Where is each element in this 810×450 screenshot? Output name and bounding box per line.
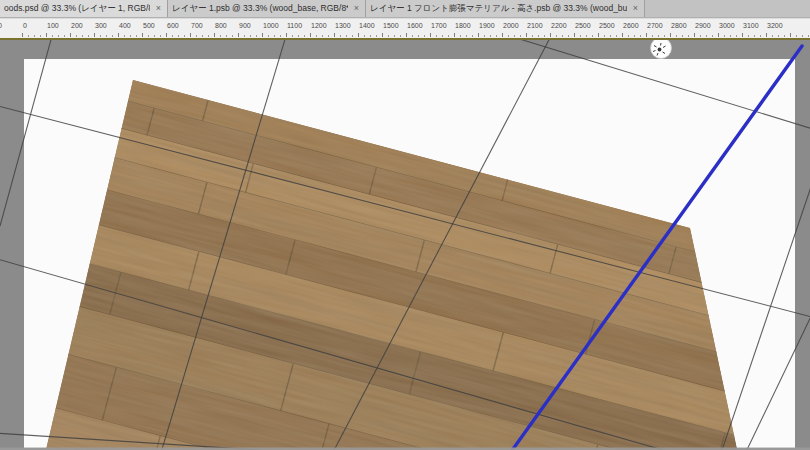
ruler-minor-tick	[754, 35, 755, 37]
ruler-minor-tick	[28, 35, 29, 37]
ruler-minor-tick	[580, 35, 581, 37]
ruler-minor-tick	[508, 35, 509, 37]
ruler-minor-tick	[658, 35, 659, 37]
document-tab-title: oods.psd @ 33.3% (レイヤー 1, RGB/8*) *	[4, 3, 150, 15]
ruler-minor-tick	[292, 35, 293, 37]
ruler-minor-tick	[652, 35, 653, 37]
document-tab[interactable]: oods.psd @ 33.3% (レイヤー 1, RGB/8*) * ×	[0, 0, 168, 17]
ruler-minor-tick	[802, 35, 803, 37]
ruler-unit-label: 3200	[767, 22, 783, 29]
ruler-minor-tick	[634, 35, 635, 37]
ruler-unit-label: 0	[23, 22, 27, 29]
ruler-unit-label: 800	[215, 22, 227, 29]
ruler-unit-label: 2500	[599, 22, 615, 29]
ruler-major-tick	[502, 33, 503, 37]
ruler-unit-label: 900	[239, 22, 251, 29]
ruler-major-tick	[598, 33, 599, 37]
tab-close-icon[interactable]: ×	[156, 4, 161, 13]
ruler-unit-label: 3100	[743, 22, 759, 29]
ruler-minor-tick	[40, 35, 41, 37]
ruler-minor-tick	[364, 35, 365, 37]
ruler-minor-tick	[112, 35, 113, 37]
ruler-unit-label: 1900	[479, 22, 495, 29]
tab-close-icon[interactable]: ×	[633, 4, 638, 13]
ruler-minor-tick	[304, 35, 305, 37]
ruler-minor-tick	[298, 35, 299, 37]
ruler-minor-tick	[712, 35, 713, 37]
ruler-minor-tick	[724, 35, 725, 37]
ruler-minor-tick	[64, 35, 65, 37]
ruler-minor-tick	[256, 35, 257, 37]
ruler-minor-tick	[208, 35, 209, 37]
document-tab-title: レイヤー 1.psb @ 33.3% (wood_base, RGB/8*) *	[172, 3, 348, 15]
document-tab[interactable]: レイヤー 1 フロント膨張マテリアル - 高さ.psb @ 33.3% (woo…	[366, 0, 645, 17]
document-tab-bar: oods.psd @ 33.3% (レイヤー 1, RGB/8*) * × レイ…	[0, 0, 810, 18]
ruler-unit-label: 3000	[719, 22, 735, 29]
ruler-unit-label: 1300	[335, 22, 351, 29]
ruler-minor-tick	[532, 35, 533, 37]
ruler-minor-tick	[76, 35, 77, 37]
ruler-minor-tick	[106, 35, 107, 37]
ruler-minor-tick	[352, 35, 353, 37]
ruler-major-tick	[526, 33, 527, 37]
ruler-minor-tick	[154, 35, 155, 37]
ruler-minor-tick	[616, 35, 617, 37]
ruler-unit-label: 1500	[383, 22, 399, 29]
ruler-unit-label: 300	[95, 22, 107, 29]
ruler-minor-tick	[346, 35, 347, 37]
ruler-minor-tick	[58, 35, 59, 37]
ruler-minor-tick	[604, 35, 605, 37]
ruler-unit-label: 2600	[623, 22, 639, 29]
ruler-major-tick	[46, 33, 47, 37]
ruler-minor-tick	[748, 35, 749, 37]
ruler-minor-tick	[688, 35, 689, 37]
ruler-minor-tick	[88, 35, 89, 37]
ruler-minor-tick	[226, 35, 227, 37]
ruler-minor-tick	[730, 35, 731, 37]
canvas-viewport[interactable]	[0, 40, 810, 450]
ruler-major-tick	[70, 33, 71, 37]
ruler-minor-tick	[280, 35, 281, 37]
ruler-unit-label: 400	[119, 22, 131, 29]
ruler-major-tick	[646, 33, 647, 37]
ruler-minor-tick	[628, 35, 629, 37]
ruler-major-tick	[310, 33, 311, 37]
ruler-minor-tick	[268, 35, 269, 37]
ruler-minor-tick	[682, 35, 683, 37]
ruler-major-tick	[214, 33, 215, 37]
ruler-major-tick	[718, 33, 719, 37]
ruler-minor-tick	[706, 35, 707, 37]
document-tab[interactable]: レイヤー 1.psb @ 33.3% (wood_base, RGB/8*) *…	[168, 0, 366, 17]
ruler-unit-label: 1100	[287, 22, 302, 29]
ruler-minor-tick	[514, 35, 515, 37]
horizontal-ruler[interactable]: 0001002003004005006007008009001000110012…	[0, 18, 810, 40]
ruler-minor-tick	[160, 35, 161, 37]
ruler-unit-label: 1800	[455, 22, 471, 29]
tab-close-icon[interactable]: ×	[354, 4, 359, 13]
ruler-minor-tick	[640, 35, 641, 37]
ruler-unit-label: 600	[167, 22, 179, 29]
ruler-minor-tick	[250, 35, 251, 37]
ruler-minor-tick	[676, 35, 677, 37]
ruler-unit-label: 100	[47, 22, 59, 29]
ruler-minor-tick	[538, 35, 539, 37]
ruler-unit-label: 00	[0, 22, 2, 29]
ruler-minor-tick	[520, 35, 521, 37]
ruler-minor-tick	[760, 35, 761, 37]
ruler-minor-tick	[202, 35, 203, 37]
ruler-minor-tick	[700, 35, 701, 37]
ruler-unit-label: 1000	[263, 22, 279, 29]
ruler-minor-tick	[490, 35, 491, 37]
ruler-major-tick	[406, 33, 407, 37]
ruler-minor-tick	[568, 35, 569, 37]
ruler-major-tick	[574, 33, 575, 37]
ruler-minor-tick	[340, 35, 341, 37]
ruler-minor-tick	[466, 35, 467, 37]
light-widget[interactable]	[651, 40, 672, 59]
ruler-unit-label: 2200	[551, 22, 567, 29]
ruler-minor-tick	[172, 35, 173, 37]
ruler-minor-tick	[394, 35, 395, 37]
ruler-minor-tick	[736, 35, 737, 37]
ruler-major-tick	[430, 33, 431, 37]
ruler-major-tick	[478, 33, 479, 37]
